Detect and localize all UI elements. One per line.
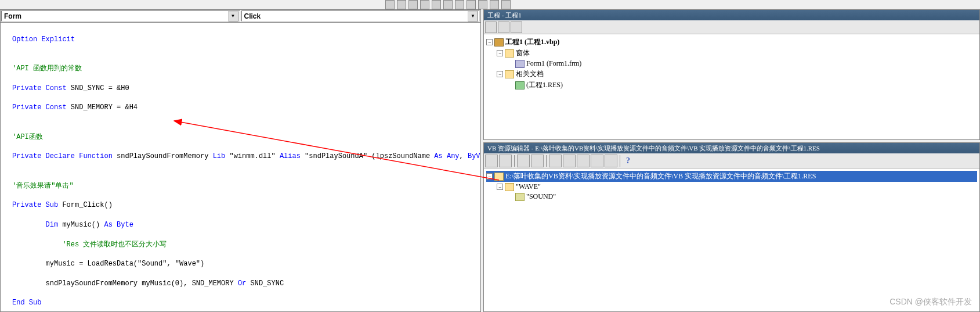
code-text: myMusic() — [58, 221, 104, 229]
folder-icon — [494, 173, 504, 181]
object-dropdown[interactable]: Form — [1, 10, 240, 21]
res-add-cursor-button[interactable] — [563, 155, 576, 167]
minus-icon[interactable]: − — [486, 173, 493, 180]
code-text: As Any — [434, 152, 459, 160]
code-text: Private Sub — [12, 201, 58, 209]
res-label: (工程1.RES) — [526, 80, 563, 90]
code-text: myMusic = LoadResData("Sound", "Wave") — [12, 259, 478, 269]
code-comment: '音乐效果请"单击" — [12, 181, 478, 191]
res-node[interactable]: (工程1.RES) — [486, 80, 977, 91]
code-text: Private Const — [12, 103, 67, 112]
watermark: CSDN @侠客软件开发 — [889, 297, 972, 307]
folder-icon — [505, 70, 514, 78]
project-tree[interactable]: − 工程1 (工程1.vbp) − 窗体 Form1 (Form1.frm) − — [484, 34, 979, 139]
project-toolbar — [484, 20, 979, 34]
toolbar-btn[interactable] — [385, 0, 395, 9]
toolbar-btn[interactable] — [490, 0, 499, 9]
code-comment: 'Res 文件读取时也不区分大小写 — [12, 240, 478, 250]
form-label: Form1 (Form1.frm) — [526, 59, 581, 68]
code-comment: 'API函数 — [12, 132, 478, 142]
sound-label: "SOUND" — [526, 192, 556, 201]
code-panel: Form Click Option Explicit 'API 函数用到的常数 … — [0, 9, 481, 312]
event-dropdown[interactable]: Click — [241, 10, 480, 21]
project-icon — [494, 38, 504, 46]
res-add-string-button[interactable] — [549, 155, 562, 167]
separator — [620, 155, 620, 167]
code-text: Or — [238, 279, 246, 288]
sound-node[interactable]: "SOUND" — [486, 192, 977, 202]
view-code-button[interactable] — [485, 21, 497, 33]
minus-icon[interactable]: − — [486, 39, 493, 45]
wave-folder-node[interactable]: − "WAVE" — [486, 182, 977, 192]
toolbar-btn[interactable] — [501, 0, 511, 9]
code-text: Private Const — [12, 84, 67, 92]
code-text: Option Explicit — [12, 35, 75, 44]
project-title: 工程 - 工程1 — [484, 10, 979, 20]
code-editor[interactable]: Option Explicit 'API 函数用到的常数 Private Con… — [1, 23, 480, 311]
res-save-button[interactable] — [499, 155, 512, 167]
res-root-node[interactable]: − E:\落叶收集的VB资料\实现播放资源文件中的音频文件\VB 实现播放资源文… — [486, 171, 977, 182]
code-text: "sndPlaySoundA" (lpszSoundName — [301, 152, 434, 160]
code-text: Lib — [213, 152, 226, 160]
forms-folder-label: 窗体 — [516, 48, 530, 58]
toggle-folders-button[interactable] — [511, 21, 522, 33]
code-text: As Byte — [104, 221, 133, 229]
docs-folder-node[interactable]: − 相关文档 — [486, 69, 977, 80]
dropdown-row: Form Click — [1, 10, 480, 23]
code-text: End Sub — [12, 299, 41, 307]
code-text: SND_SYNC — [246, 279, 284, 288]
minus-icon[interactable]: − — [497, 50, 503, 56]
docs-folder-label: 相关文档 — [516, 69, 544, 79]
project-explorer: 工程 - 工程1 − 工程1 (工程1.vbp) − 窗体 — [483, 9, 980, 140]
code-text: "winmm.dll" — [225, 152, 280, 160]
res-edit-button[interactable] — [517, 155, 530, 167]
toolbar-btn[interactable] — [408, 0, 418, 9]
code-text: SND_MEMORY = &H4 — [67, 103, 138, 112]
toolbar-btn[interactable] — [432, 0, 441, 9]
form-node[interactable]: Form1 (Form1.frm) — [486, 59, 977, 69]
folder-icon — [505, 183, 514, 191]
form-icon — [515, 60, 525, 68]
right-panels: 工程 - 工程1 − 工程1 (工程1.vbp) − 窗体 — [483, 9, 980, 312]
res-open-button[interactable] — [485, 155, 498, 167]
res-add-bitmap-button[interactable] — [591, 155, 603, 167]
code-text: , — [460, 152, 468, 160]
resource-tree[interactable]: − E:\落叶收集的VB资料\实现播放资源文件中的音频文件\VB 实现播放资源文… — [484, 168, 979, 311]
minus-icon[interactable]: − — [497, 71, 503, 77]
project-root-label: 工程1 (工程1.vbp) — [505, 37, 559, 47]
code-text: sndPlaySoundFromMemory — [113, 152, 213, 160]
res-add-icon-button[interactable] — [577, 155, 590, 167]
separator — [546, 155, 547, 167]
minus-icon[interactable]: − — [497, 184, 503, 190]
code-text: Alias — [280, 152, 301, 160]
resource-toolbar: ? — [484, 153, 979, 168]
code-text: SND_SYNC = &H0 — [67, 84, 129, 92]
res-delete-button[interactable] — [531, 155, 544, 167]
toolbar-btn[interactable] — [467, 0, 476, 9]
code-comment: 'API 函数用到的常数 — [12, 64, 478, 74]
view-object-button[interactable] — [498, 21, 509, 33]
toolbar-btn[interactable] — [455, 0, 464, 9]
wave-label: "WAVE" — [516, 182, 541, 191]
project-root-node[interactable]: − 工程1 (工程1.vbp) — [486, 37, 977, 48]
toolbar-btn[interactable] — [443, 0, 453, 9]
code-text: Form_Click() — [58, 201, 113, 209]
toolbar-btn[interactable] — [478, 0, 487, 9]
separator — [514, 155, 515, 167]
sound-icon — [515, 193, 525, 201]
main-container: Form Click Option Explicit 'API 函数用到的常数 … — [0, 9, 980, 312]
res-root-label: E:\落叶收集的VB资料\实现播放资源文件中的音频文件\VB 实现播放资源文件中… — [505, 171, 816, 181]
code-text: sndPlaySoundFromMemory myMusic(0), SND_M… — [12, 279, 238, 288]
forms-folder-node[interactable]: − 窗体 — [486, 48, 977, 59]
help-icon[interactable]: ? — [623, 156, 634, 166]
code-text: Private Declare Function — [12, 152, 113, 160]
toolbar-btn[interactable] — [420, 0, 429, 9]
top-toolbar — [383, 0, 980, 9]
toolbar-btn[interactable] — [397, 0, 406, 9]
res-add-custom-button[interactable] — [605, 155, 617, 167]
code-text: Dim — [12, 221, 58, 229]
resource-editor-panel: VB 资源编辑器 - E:\落叶收集的VB资料\实现播放资源文件中的音频文件\V… — [483, 142, 980, 312]
resource-editor-title: VB 资源编辑器 - E:\落叶收集的VB资料\实现播放资源文件中的音频文件\V… — [484, 143, 979, 153]
code-text: ByVal — [468, 152, 480, 160]
folder-icon — [505, 49, 514, 58]
